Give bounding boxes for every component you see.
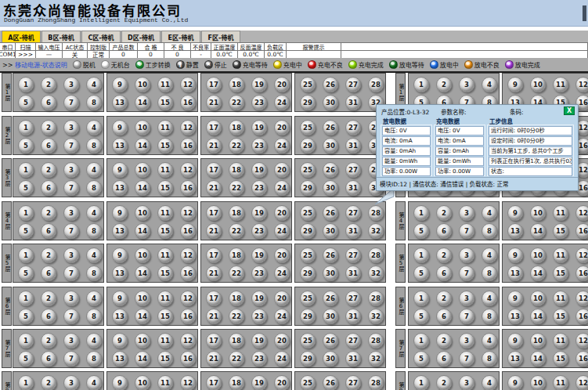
position-circle[interactable]: 27 (345, 120, 361, 135)
position-circle[interactable]: 18 (229, 291, 244, 306)
position-circle[interactable]: 3 (459, 375, 474, 390)
position-circle[interactable]: 12 (180, 375, 196, 390)
position-circle[interactable]: 27 (345, 291, 361, 306)
position-circle[interactable]: 12 (180, 162, 196, 178)
position-circle[interactable]: 28 (368, 205, 384, 221)
position-circle[interactable]: 2 (436, 291, 452, 306)
position-circle[interactable]: 6 (41, 95, 56, 110)
position-circle[interactable]: 32 (368, 351, 384, 367)
position-circle[interactable]: 21 (206, 138, 222, 153)
position-circle[interactable]: 5 (18, 138, 34, 153)
position-circle[interactable]: 5 (18, 223, 34, 239)
position-circle[interactable]: 24 (274, 223, 290, 239)
position-circle[interactable]: 16 (180, 138, 196, 153)
position-circle[interactable]: 10 (530, 375, 546, 390)
position-circle[interactable]: 5 (18, 180, 34, 196)
position-circle[interactable]: 4 (86, 291, 102, 306)
position-circle[interactable]: 17 (206, 291, 222, 306)
position-circle[interactable]: 19 (251, 120, 267, 135)
position-circle[interactable]: 11 (157, 77, 173, 92)
tab-F区-待机[interactable]: F区-待机 (201, 31, 240, 42)
position-circle[interactable]: 1 (413, 375, 429, 390)
position-circle[interactable]: 10 (135, 205, 150, 221)
position-circle[interactable]: 11 (553, 375, 568, 390)
position-circle[interactable]: 24 (274, 265, 290, 281)
position-circle[interactable]: 12 (575, 77, 588, 92)
position-circle[interactable]: 19 (251, 205, 267, 221)
position-circle[interactable]: 6 (436, 309, 452, 324)
position-circle[interactable]: 8 (482, 351, 497, 367)
position-circle[interactable]: 21 (206, 95, 222, 110)
position-circle[interactable]: 15 (553, 223, 568, 239)
position-circle[interactable]: 32 (368, 223, 384, 239)
position-circle[interactable]: 18 (229, 205, 244, 221)
position-circle[interactable]: 7 (459, 309, 474, 324)
position-circle[interactable]: 11 (553, 333, 568, 348)
position-circle[interactable]: 29 (300, 265, 316, 281)
position-circle[interactable]: 13 (112, 138, 128, 153)
position-circle[interactable]: 9 (507, 375, 523, 390)
position-circle[interactable]: 12 (575, 375, 588, 390)
position-circle[interactable]: 3 (459, 205, 474, 221)
position-circle[interactable]: 9 (112, 205, 128, 221)
position-circle[interactable]: 28 (368, 375, 384, 390)
position-circle[interactable]: 7 (459, 351, 474, 367)
position-circle[interactable]: 2 (41, 205, 56, 221)
position-circle[interactable]: 10 (530, 77, 546, 92)
position-circle[interactable]: 15 (553, 309, 568, 324)
position-circle[interactable]: 5 (413, 351, 429, 367)
position-circle[interactable]: 14 (135, 223, 150, 239)
position-circle[interactable]: 31 (345, 95, 361, 110)
position-circle[interactable]: 9 (112, 333, 128, 348)
position-circle[interactable]: 21 (206, 309, 222, 324)
position-circle[interactable]: 16 (180, 223, 196, 239)
position-circle[interactable]: 10 (135, 291, 150, 306)
position-circle[interactable]: 17 (206, 162, 222, 178)
tab-E区-待机[interactable]: E区-待机 (161, 31, 200, 42)
position-circle[interactable]: 3 (63, 162, 79, 178)
position-circle[interactable]: 30 (323, 351, 338, 367)
position-circle[interactable]: 9 (112, 120, 128, 135)
position-circle[interactable]: 20 (274, 375, 290, 390)
position-circle[interactable]: 8 (86, 223, 102, 239)
position-circle[interactable]: 30 (323, 95, 338, 110)
position-circle[interactable]: 13 (507, 223, 523, 239)
position-circle[interactable]: 8 (86, 351, 102, 367)
position-circle[interactable]: 2 (436, 375, 452, 390)
position-circle[interactable]: 16 (180, 351, 196, 367)
position-circle[interactable]: 8 (86, 180, 102, 196)
position-circle[interactable]: 9 (507, 291, 523, 306)
position-circle[interactable]: 32 (368, 265, 384, 281)
tab-B区-待机[interactable]: B区-待机 (41, 31, 81, 42)
position-circle[interactable]: 4 (482, 205, 497, 221)
position-circle[interactable]: 9 (507, 77, 523, 92)
position-circle[interactable]: 1 (18, 333, 34, 348)
position-circle[interactable]: 14 (135, 138, 150, 153)
position-circle[interactable]: 5 (413, 309, 429, 324)
position-circle[interactable]: 20 (274, 205, 290, 221)
position-circle[interactable]: 12 (180, 205, 196, 221)
position-circle[interactable]: 18 (229, 375, 244, 390)
position-circle[interactable]: 19 (251, 247, 267, 263)
position-circle[interactable]: 25 (300, 247, 316, 263)
position-circle[interactable]: 21 (206, 265, 222, 281)
position-circle[interactable]: 3 (63, 291, 79, 306)
position-circle[interactable]: 3 (63, 120, 79, 135)
position-circle[interactable]: 25 (300, 77, 316, 92)
position-circle[interactable]: 15 (157, 265, 173, 281)
position-circle[interactable]: 18 (229, 333, 244, 348)
position-circle[interactable]: 8 (86, 265, 102, 281)
position-circle[interactable]: 16 (180, 309, 196, 324)
position-circle[interactable]: 25 (300, 120, 316, 135)
position-circle[interactable]: 7 (63, 265, 79, 281)
position-circle[interactable]: 1 (413, 247, 429, 263)
position-circle[interactable]: 20 (274, 333, 290, 348)
position-circle[interactable]: 6 (41, 265, 56, 281)
position-circle[interactable]: 1 (413, 205, 429, 221)
position-circle[interactable]: 17 (206, 77, 222, 92)
position-circle[interactable]: 10 (135, 162, 150, 178)
position-circle[interactable]: 15 (157, 95, 173, 110)
position-circle[interactable]: 30 (323, 138, 338, 153)
position-circle[interactable]: 6 (41, 138, 56, 153)
position-circle[interactable]: 18 (229, 77, 244, 92)
